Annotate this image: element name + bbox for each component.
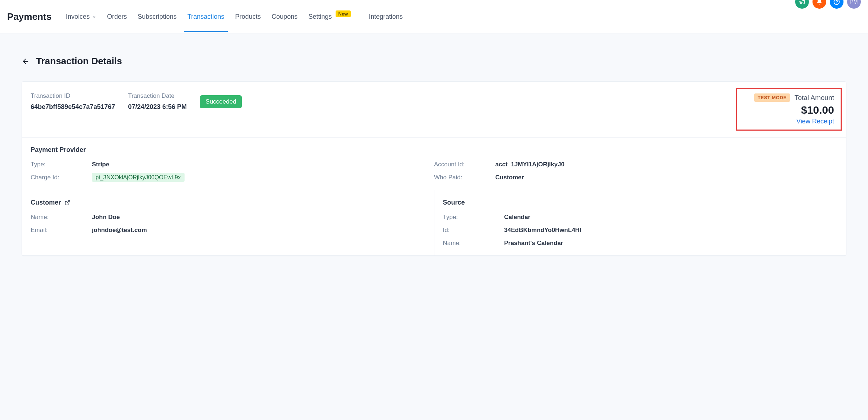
customer-name-label: Name: [31,214,92,221]
source-name-value: Prashant's Calendar [504,240,563,247]
provider-type-row: Type: Stripe [31,161,434,168]
page-content: Transaction Details Transaction ID 64be7… [0,34,868,420]
source-name-row: Name: Prashant's Calendar [443,240,838,247]
provider-type-value: Stripe [92,161,109,168]
customer-email-label: Email: [31,227,92,234]
source-name-label: Name: [443,240,504,247]
account-id-label: Account Id: [434,161,495,168]
account-id-row: Account Id: acct_1JMYI1AjORjlkyJ0 [434,161,837,168]
provider-type-label: Type: [31,161,92,168]
nav-coupons[interactable]: Coupons [271,1,297,32]
new-badge: New [336,10,351,17]
source-id-label: Id: [443,227,504,234]
nav-orders-label: Orders [107,13,127,21]
customer-title: Customer [31,199,61,206]
transaction-id-field: Transaction ID 64be7bff589e54c7a7a51767 [31,92,115,111]
nav-coupons-label: Coupons [271,13,297,21]
nav-products[interactable]: Products [235,1,261,32]
source-id-value: 34EdBKbmndYo0HwnL4HI [504,227,581,234]
svg-line-3 [67,201,70,203]
external-link-icon [65,200,70,206]
back-button[interactable] [22,57,30,65]
account-id-value: acct_1JMYI1AjORjlkyJ0 [495,161,564,168]
customer-email-row: Email: johndoe@test.com [31,227,425,234]
transaction-summary-left: Transaction ID 64be7bff589e54c7a7a51767 … [31,92,242,111]
transaction-date-field: Transaction Date 07/24/2023 6:56 PM [128,92,187,111]
announcement-icon[interactable] [795,0,809,9]
customer-section: Customer Name: John Doe Email: johndoe@t… [22,190,434,255]
nav-subscriptions-label: Subscriptions [138,13,177,21]
transaction-id-value: 64be7bff589e54c7a7a51767 [31,103,115,111]
help-icon[interactable] [830,0,843,9]
customer-external-link[interactable] [65,200,70,206]
payment-provider-section: Payment Provider Type: Stripe Charge Id:… [22,137,846,190]
who-paid-value: Customer [495,174,524,181]
avatar[interactable]: PM [847,0,861,9]
primary-nav: Invoices Orders Subscriptions Transactio… [66,1,403,32]
source-type-value: Calendar [504,214,531,221]
source-id-row: Id: 34EdBKbmndYo0HwnL4HI [443,227,838,234]
arrow-left-icon [22,57,30,65]
customer-email-value: johndoe@test.com [92,227,147,234]
status-badge: Succeeded [200,95,242,108]
transaction-date-value: 07/24/2023 6:56 PM [128,103,187,111]
source-section: Source Type: Calendar Id: 34EdBKbmndYo0H… [434,190,846,255]
main-header: Payments Invoices Orders Subscriptions T… [0,0,868,34]
nav-subscriptions[interactable]: Subscriptions [138,1,177,32]
total-amount-value: $10.00 [754,104,834,116]
customer-name-row: Name: John Doe [31,214,425,221]
charge-id-value: pi_3NXOklAjORjlkyJ00QOEwL9x [92,173,185,182]
total-amount-box: TEST MODE Total Amount $10.00 View Recei… [736,88,842,131]
nav-orders[interactable]: Orders [107,1,127,32]
avatar-initials: PM [850,0,858,5]
transaction-summary: Transaction ID 64be7bff589e54c7a7a51767 … [22,82,846,137]
who-paid-row: Who Paid: Customer [434,174,837,181]
chevron-down-icon [92,15,96,19]
test-mode-badge: TEST MODE [754,93,790,102]
nav-invoices-label: Invoices [66,13,90,21]
page-header: Transaction Details [22,56,846,67]
total-amount-label: Total Amount [794,94,834,102]
source-title: Source [443,199,838,206]
nav-products-label: Products [235,13,261,21]
svg-point-1 [836,3,837,4]
page-title: Transaction Details [36,56,122,67]
nav-transactions[interactable]: Transactions [187,1,224,32]
bell-icon[interactable] [812,0,826,9]
nav-settings-label: Settings [308,13,332,21]
nav-invoices[interactable]: Invoices [66,1,96,32]
transaction-date-label: Transaction Date [128,92,187,100]
payment-provider-title: Payment Provider [31,146,837,154]
nav-integrations-label: Integrations [369,13,403,21]
customer-source-section: Customer Name: John Doe Email: johndoe@t… [22,190,846,255]
who-paid-label: Who Paid: [434,174,495,181]
customer-name-value: John Doe [92,214,120,221]
charge-id-row: Charge Id: pi_3NXOklAjORjlkyJ00QOEwL9x [31,174,434,181]
app-title: Payments [7,11,52,22]
nav-settings[interactable]: Settings New [308,1,351,32]
nav-integrations[interactable]: Integrations [369,1,403,32]
source-type-row: Type: Calendar [443,214,838,221]
source-type-label: Type: [443,214,504,221]
nav-transactions-label: Transactions [187,13,224,21]
charge-id-label: Charge Id: [31,174,92,181]
transaction-id-label: Transaction ID [31,92,115,100]
view-receipt-link[interactable]: View Receipt [754,118,834,125]
transaction-card: Transaction ID 64be7bff589e54c7a7a51767 … [22,81,846,256]
